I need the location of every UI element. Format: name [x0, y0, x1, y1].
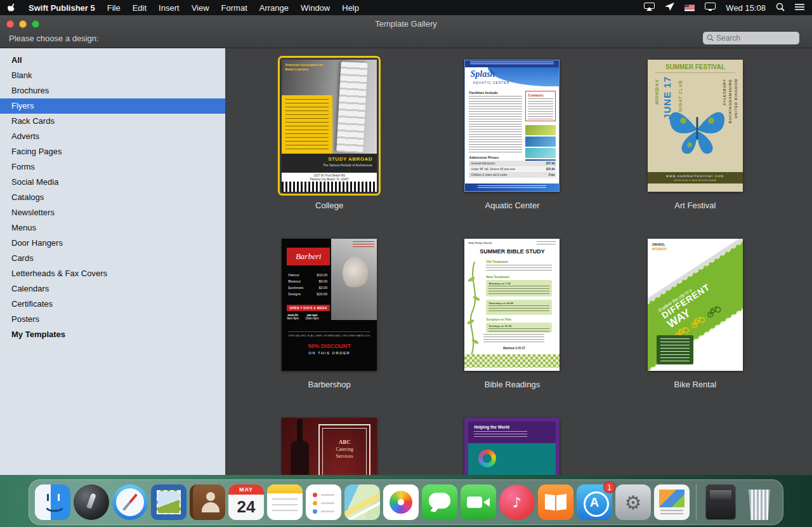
photo-tile: [525, 125, 556, 135]
text-placeholder-lines: [537, 241, 556, 246]
input-source-flag-icon[interactable]: [684, 4, 695, 11]
ornate-frame: ABC Catering Services: [318, 424, 370, 475]
spotlight-icon[interactable]: [776, 3, 785, 13]
window-title-bar[interactable]: Template Gallery Please choose a design:: [0, 15, 812, 48]
section-heading: Old Testament: [486, 260, 508, 264]
template-card-aquatic-center[interactable]: Splash AQUATIC CENTER Contacts: Faciliti…: [461, 56, 563, 211]
menu-view[interactable]: View: [192, 3, 209, 13]
sidebar-item-facing-pages[interactable]: Facing Pages: [0, 144, 225, 159]
template-card-catering[interactable]: ABC Catering Services: [278, 414, 381, 475]
desktop-wallpaper: MAY 24 ♪ A 1 ⚙: [0, 475, 812, 527]
gear-icon: ⚙: [625, 491, 642, 514]
barbershop-discount: 50% DISCOUNT: [282, 343, 377, 349]
notes-icon[interactable]: [267, 484, 303, 520]
sidebar-item-door-hangers[interactable]: Door Hangers: [0, 236, 225, 251]
messages-icon[interactable]: [422, 484, 457, 520]
sidebar-item-adverts[interactable]: Adverts: [0, 129, 225, 144]
reminders-icon[interactable]: [306, 484, 341, 520]
stamp-app-icon[interactable]: [151, 484, 187, 520]
minimized-window-icon[interactable]: [705, 484, 736, 520]
menu-window[interactable]: Window: [301, 3, 330, 13]
sidebar-item-blank[interactable]: Blank: [0, 68, 225, 83]
barbershop-thumbnail[interactable]: Barberi Haircut$10.00 Blowout$9.00 Eyebr…: [282, 239, 377, 371]
sidebar-item-posters[interactable]: Posters: [0, 312, 225, 327]
books-icon[interactable]: [538, 484, 573, 520]
sidebar-item-my-templates[interactable]: My Templates: [0, 327, 225, 342]
sidebar-item-letterheads[interactable]: Letterheads & Fax Covers: [0, 266, 225, 281]
sidebar-item-menus[interactable]: Menus: [0, 220, 225, 236]
menu-arrange[interactable]: Arrange: [259, 3, 289, 13]
template-card-barbershop[interactable]: Barberi Haircut$10.00 Blowout$9.00 Eyebr…: [278, 235, 381, 390]
notification-center-icon[interactable]: [795, 3, 804, 13]
paperplane-icon[interactable]: [665, 3, 674, 13]
catering-thumbnail[interactable]: ABC Catering Services: [282, 418, 377, 475]
barbershop-note: SPECIALIZED IN ALL MEN, WOMEN AND CHILDR…: [282, 335, 377, 337]
text-placeholder-lines: [488, 286, 549, 295]
leaf-decoration: [466, 262, 483, 359]
search-field[interactable]: [703, 32, 799, 44]
itunes-icon[interactable]: ♪: [499, 484, 535, 520]
launchpad-icon[interactable]: [74, 484, 109, 520]
sidebar-item-cards[interactable]: Cards: [0, 251, 225, 266]
safari-icon[interactable]: [112, 484, 148, 520]
text-placeholder-lines: [478, 185, 546, 189]
search-input[interactable]: [716, 34, 796, 43]
festival-location: UNITED KINGDOM: [734, 79, 738, 119]
price-row: Children 2 years old & underFree: [469, 172, 556, 178]
bible-thumbnail[interactable]: Holy Trinity Church SUMMER BIBLE STUDY: [464, 239, 560, 371]
sidebar-item-forms[interactable]: Forms: [0, 159, 225, 175]
sidebar-item-rack-cards[interactable]: Rack Cards: [0, 114, 225, 129]
charity-thumbnail[interactable]: Helping the World: [464, 418, 560, 475]
sidebar-item-brochures[interactable]: Brochures: [0, 83, 225, 98]
aquatic-price-table: General Admission$37.99 Under 48" tall, …: [469, 161, 556, 178]
sidebar-item-calendars[interactable]: Calendars: [0, 281, 225, 297]
choose-design-prompt: Please choose a design:: [9, 34, 99, 43]
display-icon[interactable]: [705, 3, 716, 13]
calendar-month: MAY: [228, 484, 264, 495]
college-thumbnail[interactable]: American Association for Better Learners…: [282, 60, 377, 192]
menu-app-name[interactable]: Swift Publisher 5: [29, 3, 95, 13]
trash-icon[interactable]: [742, 484, 777, 520]
sidebar-item-all[interactable]: All: [0, 53, 225, 68]
template-card-bible-readings[interactable]: Holy Trinity Church SUMMER BIBLE STUDY: [461, 235, 563, 390]
section-heading: Scripture in Film: [486, 317, 511, 321]
contacts-icon[interactable]: [190, 484, 225, 520]
calendar-icon[interactable]: MAY 24: [228, 484, 264, 520]
college-org-text: American Association for Better Learners: [285, 63, 324, 71]
sidebar-item-certificates[interactable]: Certificates: [0, 297, 225, 312]
aquatic-thumbnail[interactable]: Splash AQUATIC CENTER Contacts: Faciliti…: [464, 60, 560, 192]
sidebar-item-social-media[interactable]: Social Media: [0, 175, 225, 190]
bike-rental-thumbnail[interactable]: 2WHEELWONDER Explore the city in a DIFFE…: [648, 239, 743, 371]
divider: [288, 331, 370, 332]
apple-menu-icon[interactable]: [8, 3, 16, 13]
menu-format[interactable]: Format: [221, 3, 247, 13]
app-store-icon[interactable]: A 1: [577, 484, 612, 520]
maps-icon[interactable]: [344, 484, 380, 520]
charity-title: Helping the World: [474, 425, 550, 429]
menu-help[interactable]: Help: [342, 3, 359, 13]
menu-insert[interactable]: Insert: [159, 3, 180, 13]
college-address: 1027 W. Front Beach Rd Panama City Beach…: [282, 173, 377, 182]
system-preferences-icon[interactable]: ⚙: [615, 484, 651, 520]
template-card-bike-rental[interactable]: 2WHEELWONDER Explore the city in a DIFFE…: [644, 235, 747, 390]
template-card-college[interactable]: American Association for Better Learners…: [278, 56, 381, 211]
template-card-art-festival[interactable]: SUMMER FESTIVAL MONDAY JUNE 17 NIGHT CLU…: [644, 56, 747, 211]
price-row: General Admission$37.99: [469, 161, 556, 166]
window-title: Template Gallery: [0, 19, 812, 29]
menu-clock[interactable]: Wed 15:08: [726, 3, 766, 13]
swift-publisher-icon[interactable]: [654, 484, 690, 520]
sidebar-item-flyers[interactable]: Flyers: [0, 98, 225, 114]
template-card-charity[interactable]: Helping the World: [461, 414, 563, 475]
facetime-icon[interactable]: [461, 484, 496, 520]
airplay-icon[interactable]: [644, 3, 655, 13]
sidebar-item-catalogs[interactable]: Catalogs: [0, 190, 225, 205]
art-festival-thumbnail[interactable]: SUMMER FESTIVAL MONDAY JUNE 17 NIGHT CLU…: [648, 60, 743, 192]
menu-file[interactable]: File: [107, 3, 121, 13]
sidebar-item-newsletters[interactable]: Newsletters: [0, 205, 225, 220]
service-row: Designs$20.00: [288, 292, 327, 296]
charity-header: Helping the World: [468, 422, 556, 443]
finder-icon[interactable]: [35, 484, 70, 520]
festival-website: www.summerfestival.com: [648, 174, 743, 178]
menu-edit[interactable]: Edit: [133, 3, 147, 13]
photos-icon[interactable]: [383, 484, 419, 520]
